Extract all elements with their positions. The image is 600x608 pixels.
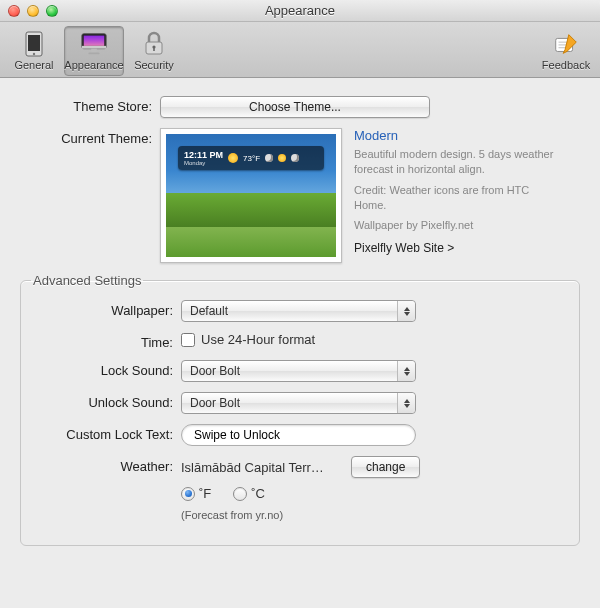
- lock-sound-value: Door Bolt: [190, 364, 240, 378]
- dropdown-arrows-icon: [397, 301, 415, 321]
- weather-change-button[interactable]: change: [351, 456, 420, 478]
- toolbar-label-appearance: Appearance: [64, 59, 123, 71]
- toolbar-item-security[interactable]: Security: [124, 26, 184, 76]
- forecast-source-note: (Forecast from yr.no): [181, 509, 579, 521]
- svg-rect-10: [153, 47, 155, 51]
- weather-location: Islāmābād Capital Terr…: [181, 460, 341, 475]
- radio-icon: [181, 487, 195, 501]
- lock-sound-label: Lock Sound:: [21, 360, 181, 378]
- padlock-icon: [140, 30, 168, 58]
- content-area: Theme Store: Choose Theme... Current The…: [0, 78, 600, 608]
- weather-label: Weather:: [21, 456, 181, 474]
- wallpaper-value: Default: [190, 304, 228, 318]
- pencil-note-icon: [552, 30, 580, 58]
- preview-time: 12:11 PM: [184, 150, 223, 160]
- time-label: Time:: [21, 332, 181, 350]
- titlebar: Appearance: [0, 0, 600, 22]
- toolbar-label-feedback: Feedback: [542, 59, 590, 71]
- svg-rect-7: [88, 52, 99, 54]
- choose-theme-button[interactable]: Choose Theme...: [160, 96, 430, 118]
- use-24h-checkbox[interactable]: Use 24-Hour format: [181, 332, 315, 347]
- theme-wallpaper-credit: Wallpaper by Pixelfly.net: [354, 218, 554, 233]
- radio-icon: [233, 487, 247, 501]
- toolbar-label-security: Security: [134, 59, 174, 71]
- moon-icon: [265, 154, 273, 162]
- close-window-button[interactable]: [8, 5, 20, 17]
- current-theme-label: Current Theme:: [0, 128, 160, 146]
- svg-rect-5: [82, 46, 106, 49]
- phone-icon: [20, 30, 48, 58]
- window-controls: [8, 5, 58, 17]
- advanced-settings-legend: Advanced Settings: [31, 273, 143, 288]
- unit-f-label: ˚F: [199, 486, 211, 501]
- toolbar-item-feedback[interactable]: Feedback: [536, 26, 596, 76]
- window-title: Appearance: [0, 3, 600, 18]
- svg-rect-6: [91, 49, 97, 53]
- theme-info: Modern Beautiful modern design. 5 days w…: [354, 128, 554, 263]
- sun-small-icon: [278, 154, 286, 162]
- zoom-window-button[interactable]: [46, 5, 58, 17]
- imac-icon: [80, 30, 108, 58]
- toolbar-item-appearance[interactable]: Appearance: [64, 26, 124, 76]
- minimize-window-button[interactable]: [27, 5, 39, 17]
- unit-c-label: ˚C: [251, 486, 265, 501]
- svg-point-2: [33, 53, 35, 55]
- theme-name: Modern: [354, 128, 554, 143]
- lock-sound-select[interactable]: Door Bolt: [181, 360, 416, 382]
- custom-lock-text-label: Custom Lock Text:: [21, 424, 181, 442]
- unlock-sound-label: Unlock Sound:: [21, 392, 181, 410]
- advanced-settings-group: Advanced Settings Wallpaper: Default Tim…: [20, 273, 580, 546]
- sun-icon: [228, 153, 238, 163]
- dropdown-arrows-icon: [397, 393, 415, 413]
- unit-c-radio[interactable]: ˚C: [233, 486, 265, 501]
- toolbar-label-general: General: [14, 59, 53, 71]
- svg-rect-1: [28, 35, 40, 51]
- toolbar-item-general[interactable]: General: [4, 26, 64, 76]
- unit-f-radio[interactable]: ˚F: [181, 486, 211, 501]
- use-24h-checkbox-input[interactable]: [181, 333, 195, 347]
- svg-rect-4: [84, 36, 105, 46]
- theme-website-link[interactable]: Pixelfly Web Site >: [354, 241, 454, 255]
- unlock-sound-select[interactable]: Door Bolt: [181, 392, 416, 414]
- preview-temp: 73°F: [243, 154, 260, 163]
- use-24h-checkbox-label: Use 24-Hour format: [201, 332, 315, 347]
- theme-credit: Credit: Weather icons are from HTC Home.: [354, 183, 554, 213]
- unlock-sound-value: Door Bolt: [190, 396, 240, 410]
- preferences-toolbar: General Appearance: [0, 22, 600, 78]
- cloud-icon: [291, 154, 299, 162]
- dropdown-arrows-icon: [397, 361, 415, 381]
- theme-description: Beautiful modern design. 5 days weather …: [354, 147, 554, 177]
- theme-preview-thumbnail: 12:11 PM Monday 73°F: [160, 128, 342, 263]
- custom-lock-text-input[interactable]: [181, 424, 416, 446]
- preview-day: Monday: [184, 160, 223, 166]
- wallpaper-label: Wallpaper:: [21, 300, 181, 318]
- wallpaper-select[interactable]: Default: [181, 300, 416, 322]
- theme-store-label: Theme Store:: [0, 96, 160, 114]
